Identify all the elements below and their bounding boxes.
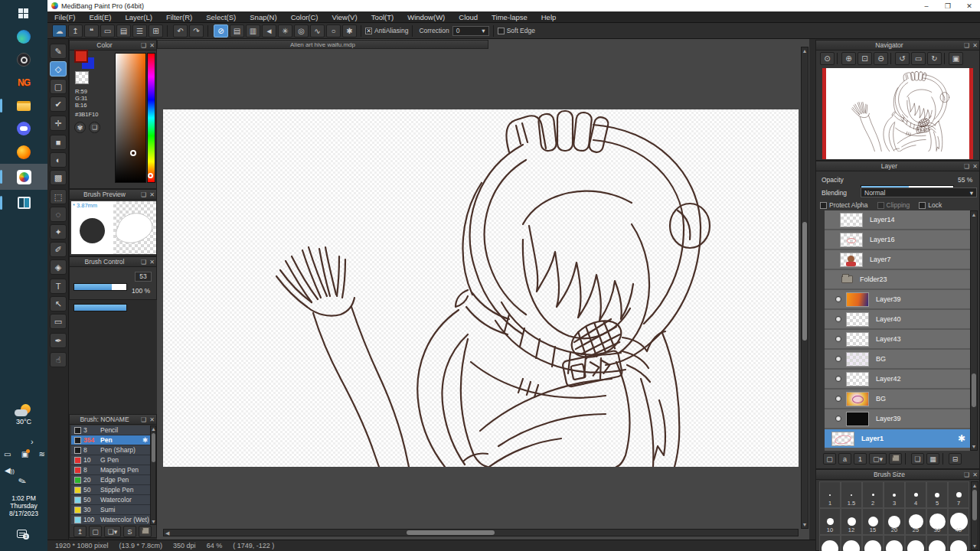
- popout-icon[interactable]: ❏: [139, 191, 148, 198]
- close-icon[interactable]: ✕: [148, 259, 156, 266]
- antialiasing-checkbox[interactable]: ✕: [365, 28, 372, 34]
- brush-list-scrollbar[interactable]: ▲▼: [150, 425, 156, 525]
- pen-ink-icon[interactable]: ✎: [17, 475, 28, 488]
- brush-size-cell[interactable]: 2: [862, 481, 884, 508]
- notification-center[interactable]: 3: [17, 530, 27, 538]
- layer-visibility-dot[interactable]: [835, 416, 841, 422]
- list-button[interactable]: ☰: [132, 24, 147, 37]
- menu-color[interactable]: Color(C): [284, 11, 325, 23]
- snap-vanish-button[interactable]: ◄: [262, 24, 276, 37]
- taskbar-edge[interactable]: [0, 25, 47, 48]
- close-button[interactable]: ✕: [959, 0, 980, 11]
- clipping-checkbox[interactable]: [877, 202, 884, 209]
- brush-row[interactable]: 100Watercolor (Wet): [71, 515, 150, 525]
- brush-size-cell[interactable]: 20: [884, 508, 905, 535]
- taskbar-explorer[interactable]: [0, 94, 47, 117]
- layer-row[interactable]: Layer39: [825, 409, 970, 429]
- cloud-save-button[interactable]: ☁: [52, 24, 67, 37]
- restore-button[interactable]: ❐: [937, 0, 959, 11]
- taskbar-firefox[interactable]: [0, 141, 47, 164]
- brush-size-cell[interactable]: [862, 535, 884, 551]
- layer-row[interactable]: Layer14: [825, 210, 970, 230]
- blending-dropdown[interactable]: Normal▾: [861, 187, 977, 197]
- comment-button[interactable]: ❝: [84, 24, 99, 37]
- brush-duplicate-button[interactable]: ❏▾: [104, 526, 121, 537]
- popout-icon[interactable]: ❏: [139, 259, 148, 266]
- layer-list-scrollbar[interactable]: ▲▼: [970, 210, 978, 451]
- layer-visibility-dot[interactable]: [835, 296, 841, 302]
- transparent-swatch[interactable]: [75, 71, 89, 84]
- new-folder-button[interactable]: [889, 453, 902, 465]
- publish-button[interactable]: ↥: [68, 24, 83, 37]
- chat-button[interactable]: ▭: [100, 24, 115, 37]
- tool-select-rect[interactable]: ⬚: [50, 189, 67, 204]
- layer-visibility-dot[interactable]: [835, 336, 841, 342]
- zoom-out-button[interactable]: ⊖: [874, 52, 888, 65]
- canvas-vscrollbar[interactable]: ▲ ▼: [801, 47, 808, 529]
- snap-curve-button[interactable]: ∿: [310, 24, 325, 37]
- close-icon[interactable]: ✕: [971, 42, 979, 49]
- brush-new-button[interactable]: ▢: [89, 526, 102, 537]
- tool-move[interactable]: ✛: [50, 116, 67, 131]
- menu-window[interactable]: Window(W): [400, 11, 452, 23]
- new-layer-button[interactable]: ▢: [823, 453, 836, 465]
- tool-bucket[interactable]: ◐: [50, 152, 67, 168]
- duplicate-layer-button[interactable]: ❏: [911, 453, 924, 465]
- close-icon[interactable]: ✕: [148, 191, 156, 198]
- tool-figure[interactable]: ▢: [50, 79, 67, 94]
- volume-icon[interactable]: ◀)): [5, 462, 15, 476]
- brush-folder-button[interactable]: [139, 526, 152, 537]
- snap-off-button[interactable]: ⊘: [214, 24, 228, 37]
- popout-icon[interactable]: ❏: [962, 42, 971, 49]
- brush-size-cell[interactable]: 7: [948, 481, 969, 508]
- brush-row[interactable]: 10G Pen: [71, 455, 150, 465]
- close-icon[interactable]: ✕: [148, 42, 156, 49]
- rotate-right-button[interactable]: ↻: [927, 52, 942, 65]
- layer-row[interactable]: Layer16: [825, 230, 970, 250]
- popout-icon[interactable]: ❏: [139, 416, 148, 423]
- undo-button[interactable]: ↶: [173, 24, 188, 37]
- close-icon[interactable]: ✕: [148, 416, 156, 423]
- menu-timelapse[interactable]: Time-lapse: [485, 11, 534, 23]
- brush-size-cell[interactable]: 1.5: [841, 481, 862, 508]
- brush-size-scrollbar[interactable]: ▲▼: [971, 481, 978, 550]
- layer-row[interactable]: Layer39: [825, 290, 970, 310]
- tool-text[interactable]: T: [50, 279, 67, 294]
- brush-row[interactable]: 50Watercolor: [71, 495, 150, 505]
- layer-visibility-dot[interactable]: [835, 376, 841, 382]
- merge-layer-button[interactable]: ▦: [926, 453, 939, 465]
- brush-size-cell[interactable]: [948, 535, 969, 551]
- foreground-color-swatch[interactable]: [74, 50, 88, 63]
- layer-visibility-dot[interactable]: [835, 356, 841, 362]
- menu-tool[interactable]: Tool(T): [364, 11, 401, 23]
- fit-view-button[interactable]: ⊡: [858, 52, 872, 65]
- photos-icon[interactable]: ▣: [21, 450, 28, 458]
- navigator-thumbnail[interactable]: [822, 68, 973, 159]
- menu-cloud[interactable]: Cloud: [452, 11, 485, 23]
- brush-size-cell[interactable]: 1: [819, 481, 841, 508]
- view-frame-button[interactable]: ▭: [911, 52, 926, 65]
- taskbar-medibang[interactable]: [0, 164, 47, 190]
- tray-chevron[interactable]: ›: [31, 437, 34, 446]
- brush-size-cell[interactable]: 15: [862, 508, 884, 535]
- brush-size-cell[interactable]: 30: [926, 508, 948, 535]
- taskbar-discord[interactable]: [0, 117, 47, 140]
- brush-size-cell[interactable]: 10: [819, 508, 841, 535]
- zoom-reset-button[interactable]: ⊙: [820, 52, 835, 65]
- snap-parallel-button[interactable]: ▤: [230, 24, 244, 37]
- minimize-button[interactable]: –: [916, 0, 937, 11]
- palette-icon[interactable]: ✾: [74, 122, 86, 133]
- tool-eyedropper[interactable]: ✒: [50, 333, 67, 348]
- brush-row[interactable]: 50Stipple Pen: [71, 485, 150, 495]
- brush-row[interactable]: 30Sumi: [71, 505, 150, 515]
- menu-select[interactable]: Select(S): [199, 11, 243, 23]
- brush-size-cell[interactable]: 25: [905, 508, 926, 535]
- brush-size-cell[interactable]: 40: [948, 508, 969, 535]
- brush-size-cell[interactable]: [841, 535, 862, 551]
- brush-opacity-slider[interactable]: [74, 304, 127, 311]
- delete-layer-button[interactable]: ⊟: [949, 453, 962, 465]
- redo-button[interactable]: ↷: [189, 24, 204, 37]
- brush-script-button[interactable]: S: [123, 526, 136, 537]
- tool-hand[interactable]: ☝: [50, 352, 67, 367]
- brush-size-cell[interactable]: 4: [905, 481, 926, 508]
